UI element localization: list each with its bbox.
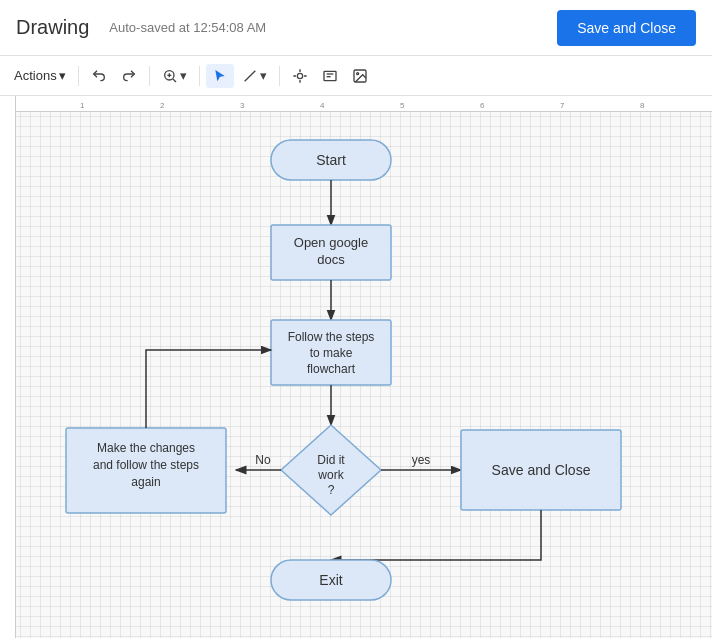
ruler-mark: 2	[160, 101, 164, 110]
toolbar-divider-3	[199, 66, 200, 86]
follow-steps-label3: flowchart	[307, 362, 356, 376]
ruler-mark: 7	[560, 101, 564, 110]
no-label: No	[255, 453, 271, 467]
zoom-button[interactable]: ▾	[156, 64, 193, 88]
canvas-area[interactable]: 1 2 3 4 5 6 7 8 Start Open google docs F…	[0, 96, 712, 638]
make-changes-label2: and follow the steps	[93, 458, 199, 472]
ruler-mark: 3	[240, 101, 244, 110]
actions-label: Actions	[14, 68, 57, 83]
redo-button[interactable]	[115, 64, 143, 88]
line-dropdown-icon: ▾	[260, 68, 267, 83]
toolbar-divider-1	[78, 66, 79, 86]
autosave-status: Auto-saved at 12:54:08 AM	[109, 20, 266, 35]
select-icon	[212, 68, 228, 84]
image-tool-button[interactable]	[346, 64, 374, 88]
ruler-mark: 8	[640, 101, 644, 110]
select-tool-button[interactable]	[206, 64, 234, 88]
zoom-icon	[162, 68, 178, 84]
line-icon	[242, 68, 258, 84]
actions-menu-button[interactable]: Actions ▾	[8, 64, 72, 87]
yes-label: yes	[412, 453, 431, 467]
exit-label: Exit	[319, 572, 342, 588]
undo-icon	[91, 68, 107, 84]
toolbar-divider-4	[279, 66, 280, 86]
ruler-left	[0, 96, 16, 638]
ruler-mark: 6	[480, 101, 484, 110]
undo-button[interactable]	[85, 64, 113, 88]
ruler-mark: 4	[320, 101, 324, 110]
did-it-work-label3: ?	[328, 483, 335, 497]
app-title: Drawing	[16, 16, 89, 39]
arrow-saveclose-to-exit	[331, 510, 541, 560]
flowchart-diagram: Start Open google docs Follow the steps …	[16, 112, 712, 638]
svg-point-5	[297, 73, 302, 78]
start-label: Start	[316, 152, 346, 168]
line-tool-button[interactable]: ▾	[236, 64, 273, 88]
open-google-docs-label: Open google	[294, 235, 368, 250]
did-it-work-label2: work	[317, 468, 344, 482]
zoom-dropdown-icon: ▾	[180, 68, 187, 83]
open-google-docs-label2: docs	[317, 252, 345, 267]
save-close-label: Save and Close	[492, 462, 591, 478]
svg-line-1	[173, 79, 176, 82]
save-and-close-button[interactable]: Save and Close	[557, 10, 696, 46]
toolbar-divider-2	[149, 66, 150, 86]
did-it-work-label1: Did it	[317, 453, 345, 467]
follow-steps-label2: to make	[310, 346, 353, 360]
ruler-mark: 5	[400, 101, 404, 110]
follow-steps-label1: Follow the steps	[288, 330, 375, 344]
make-changes-label1: Make the changes	[97, 441, 195, 455]
shape-icon	[292, 68, 308, 84]
shape-tool-button[interactable]	[286, 64, 314, 88]
textbox-icon	[322, 68, 338, 84]
redo-icon	[121, 68, 137, 84]
ruler-mark: 1	[80, 101, 84, 110]
image-icon	[352, 68, 368, 84]
make-changes-label3: again	[131, 475, 160, 489]
app-header: Drawing Auto-saved at 12:54:08 AM Save a…	[0, 0, 712, 56]
toolbar: Actions ▾ ▾ ▾	[0, 56, 712, 96]
svg-point-10	[356, 72, 358, 74]
actions-dropdown-icon: ▾	[59, 68, 66, 83]
ruler-top: 1 2 3 4 5 6 7 8	[0, 96, 712, 112]
textbox-tool-button[interactable]	[316, 64, 344, 88]
svg-line-4	[244, 70, 255, 81]
arrow-makechanges-loop	[146, 350, 271, 428]
